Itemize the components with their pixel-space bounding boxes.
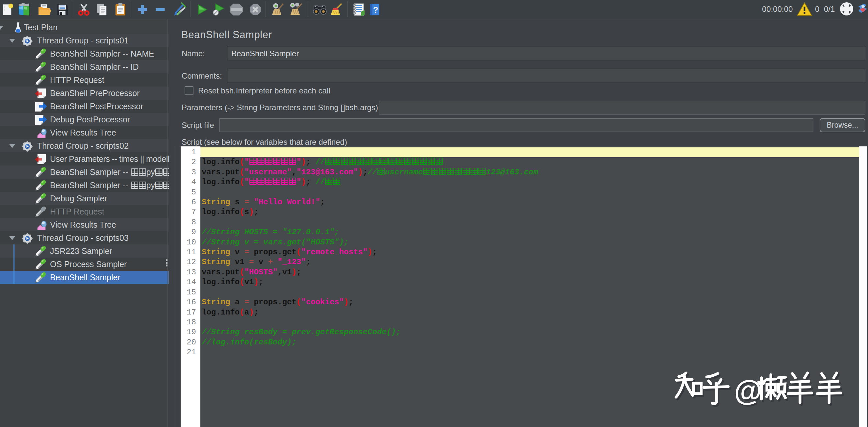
svg-text:?: ? xyxy=(373,5,378,14)
svg-text:@: @ xyxy=(734,374,762,406)
